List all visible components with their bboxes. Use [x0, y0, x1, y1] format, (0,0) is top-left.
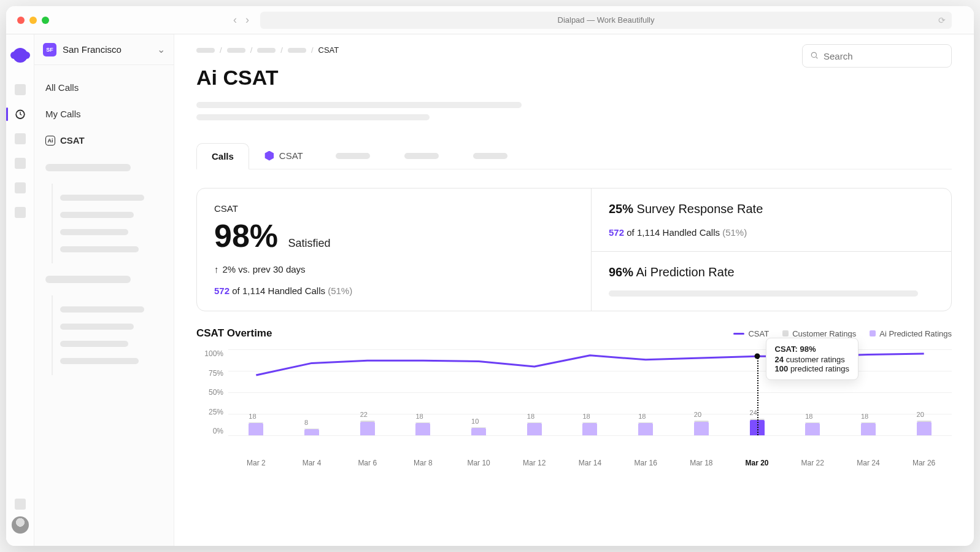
sidebar-placeholder	[60, 341, 128, 347]
sidebar-item-csat[interactable]: Ai CSAT	[43, 129, 165, 152]
breadcrumb-item[interactable]	[196, 48, 215, 53]
legend-customer: Customer Ratings	[782, 329, 856, 338]
tab-placeholder	[336, 153, 370, 159]
app-body: SF San Francisco ⌄ All Calls My Calls Ai…	[6, 34, 974, 546]
app-logo-icon[interactable]	[13, 48, 28, 63]
square-swatch-icon	[782, 330, 789, 336]
search-field[interactable]	[824, 51, 944, 61]
sidebar-item-my-calls[interactable]: My Calls	[43, 103, 165, 125]
sidebar-list: All Calls My Calls Ai CSAT	[34, 65, 174, 386]
tab-placeholder	[473, 153, 507, 159]
tab-calls[interactable]: Calls	[196, 143, 249, 169]
handled-rest: of 1,114 Handled Calls	[627, 227, 720, 238]
reload-icon[interactable]: ⟳	[938, 15, 946, 25]
handled-pct: (51%)	[722, 227, 747, 238]
response-rate-line: 25% Survey Response Rate	[609, 202, 934, 216]
nav-rail	[6, 34, 34, 546]
handled-num: 572	[609, 227, 624, 238]
breadcrumb-current: CSAT	[318, 45, 339, 55]
org-name: San Francisco	[63, 44, 151, 55]
org-badge-icon: SF	[43, 43, 56, 56]
y-axis: 100%75%50%25%0%	[196, 349, 228, 435]
sidebar-item-all-calls[interactable]: All Calls	[43, 76, 165, 99]
minimize-window-button[interactable]	[29, 17, 37, 24]
rail-item-1[interactable]	[15, 84, 26, 95]
line-swatch-icon	[733, 333, 744, 335]
legend-label: Ai Predicted Ratings	[879, 329, 952, 338]
sidebar-placeholder	[45, 276, 131, 283]
chart-body: 100%75%50%25%0% 188221810181818202418182…	[196, 349, 952, 454]
rail-item-bottom[interactable]	[15, 499, 26, 510]
tab-csat[interactable]: CSAT	[249, 142, 318, 169]
rail-item-4[interactable]	[15, 158, 26, 169]
response-pct: 25%	[609, 202, 633, 216]
sidebar-placeholder	[45, 164, 131, 171]
handled-num: 572	[214, 286, 230, 296]
csat-handled: 572 of 1,114 Handled Calls (51%)	[214, 286, 574, 296]
tabs: Calls CSAT	[196, 142, 952, 169]
forward-button[interactable]: ›	[245, 14, 249, 26]
hexagon-icon	[264, 151, 274, 161]
rail-item-6[interactable]	[15, 207, 26, 218]
breadcrumb-item[interactable]	[257, 48, 276, 53]
close-window-button[interactable]	[17, 17, 25, 24]
sidebar-placeholder	[60, 212, 134, 218]
sidebar-subgroup-2	[52, 295, 165, 375]
csat-shield-icon: Ai	[45, 136, 55, 146]
address-bar[interactable]: Dialpad — Work Beautifully ⟳	[260, 12, 952, 29]
chevron-down-icon: ⌄	[157, 44, 165, 55]
chart-tooltip: CSAT: 98%24 customer ratings100 predicte…	[766, 338, 858, 380]
prediction-line: 96% Ai Prediction Rate	[609, 265, 934, 279]
search-icon	[810, 51, 819, 61]
sidebar-placeholder	[60, 246, 139, 252]
sidebar-subgroup-1	[52, 184, 165, 263]
response-handled: 572 of 1,114 Handled Calls (51%)	[609, 227, 934, 238]
sidebar-item-label: My Calls	[45, 109, 81, 119]
titlebar: ‹ › Dialpad — Work Beautifully ⟳	[6, 6, 974, 34]
chart-title: CSAT Overtime	[196, 327, 272, 340]
csat-value: 98%	[214, 217, 278, 254]
rail-item-history[interactable]	[15, 109, 26, 120]
legend-predicted: Ai Predicted Ratings	[870, 329, 952, 338]
csat-label: CSAT	[214, 203, 574, 214]
subtitle-placeholder	[196, 114, 430, 120]
tab-label: CSAT	[279, 150, 303, 161]
sidebar-item-label: CSAT	[60, 135, 85, 146]
user-avatar[interactable]	[12, 516, 29, 534]
search-input[interactable]	[802, 44, 952, 68]
back-button[interactable]: ‹	[233, 14, 237, 26]
chart-legend: CSAT Customer Ratings Ai Predicted Ratin…	[733, 329, 952, 338]
sidebar-item-label: All Calls	[45, 82, 79, 93]
x-axis: Mar 2Mar 4Mar 6Mar 8Mar 10Mar 12Mar 14Ma…	[228, 459, 952, 467]
plot-area[interactable]: 1882218101818182024181820 CSAT: 98%24 cu…	[228, 349, 952, 454]
page-title: Ai CSAT	[196, 66, 952, 90]
csat-suffix: Satisfied	[288, 237, 331, 249]
breadcrumb-item[interactable]	[288, 48, 306, 53]
chart-section: CSAT Overtime CSAT Customer Ratings Ai P…	[196, 327, 952, 467]
rail-item-5[interactable]	[15, 182, 26, 193]
maximize-window-button[interactable]	[42, 17, 49, 24]
tab-placeholder	[404, 153, 439, 159]
csat-card: CSAT 98% Satisfied ↑ 2% vs. prev 30 days…	[197, 189, 591, 311]
svg-point-1	[811, 52, 816, 57]
prediction-rate-card: 96% Ai Prediction Rate	[592, 252, 951, 310]
sidebar: SF San Francisco ⌄ All Calls My Calls Ai…	[34, 34, 174, 546]
sidebar-placeholder	[60, 229, 128, 235]
sidebar-placeholder	[60, 358, 139, 364]
sidebar-placeholder	[60, 324, 134, 330]
app-window: ‹ › Dialpad — Work Beautifully ⟳ SF	[6, 6, 974, 546]
response-label: Survey Response Rate	[637, 202, 763, 216]
metric-cards: CSAT 98% Satisfied ↑ 2% vs. prev 30 days…	[196, 188, 952, 311]
org-picker[interactable]: SF San Francisco ⌄	[34, 34, 174, 65]
legend-label: Customer Ratings	[792, 329, 856, 338]
prediction-placeholder	[609, 290, 918, 297]
handled-pct: (51%)	[328, 286, 352, 296]
prediction-label: Ai Prediction Rate	[636, 265, 734, 279]
breadcrumb-item[interactable]	[227, 48, 245, 53]
response-rate-card: 25% Survey Response Rate 572 of 1,114 Ha…	[592, 189, 951, 252]
rail-item-3[interactable]	[15, 133, 26, 144]
subtitle-placeholder	[196, 102, 522, 108]
window-controls	[17, 17, 49, 24]
right-cards: 25% Survey Response Rate 572 of 1,114 Ha…	[591, 189, 951, 311]
legend-csat: CSAT	[733, 329, 769, 338]
